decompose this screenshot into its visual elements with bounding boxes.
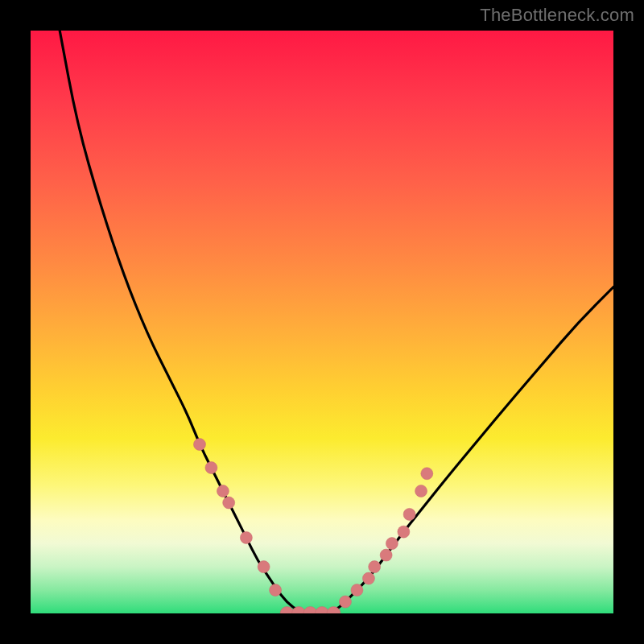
marker-dot bbox=[339, 596, 351, 608]
marker-dots-bottom bbox=[280, 607, 341, 614]
marker-dot bbox=[403, 508, 415, 520]
marker-dot bbox=[386, 538, 398, 550]
marker-dots-right bbox=[339, 468, 432, 608]
marker-dot bbox=[223, 497, 235, 509]
marker-dot bbox=[421, 468, 433, 480]
chart-overlay bbox=[31, 31, 613, 613]
marker-dot bbox=[398, 526, 410, 538]
watermark-text: TheBottleneck.com bbox=[480, 5, 634, 26]
marker-dot bbox=[258, 561, 270, 573]
marker-dot bbox=[270, 584, 282, 597]
marker-dot bbox=[351, 584, 363, 597]
marker-dot bbox=[240, 531, 252, 543]
marker-dots-left bbox=[193, 439, 281, 597]
marker-dot bbox=[217, 485, 229, 497]
marker-dot bbox=[362, 572, 374, 584]
marker-dot bbox=[369, 561, 381, 573]
bottleneck-curve bbox=[60, 31, 613, 613]
chart-frame: TheBottleneck.com bbox=[0, 0, 644, 644]
marker-dot bbox=[205, 462, 217, 474]
marker-dot bbox=[415, 485, 427, 497]
marker-dot bbox=[380, 549, 392, 561]
marker-dot bbox=[193, 439, 205, 451]
